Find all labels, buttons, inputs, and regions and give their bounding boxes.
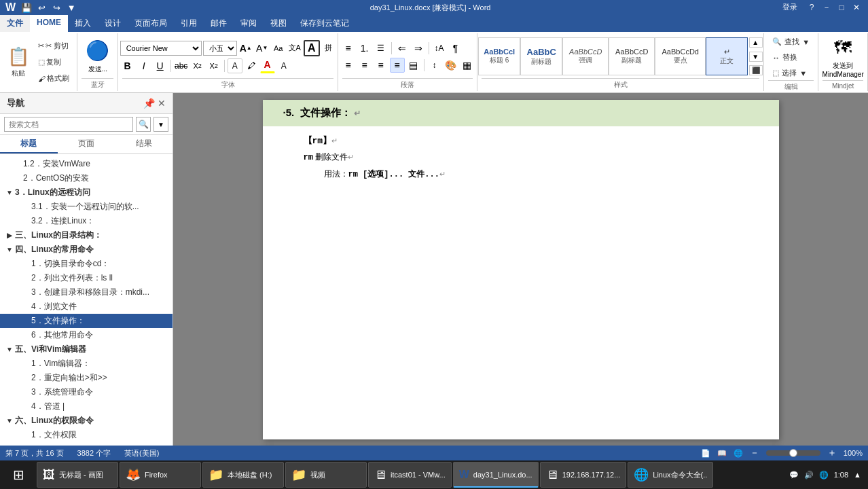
tree-item-cd[interactable]: 1．切换目录命令cd： <box>0 257 173 271</box>
tree-item-centos[interactable]: 2．CentOS的安装 <box>0 171 173 185</box>
zoom-level[interactable]: 100% <box>844 449 863 457</box>
tree-item-vim-intro[interactable]: 1．Vim编辑器： <box>0 357 173 371</box>
tree-item-vmware[interactable]: 1.2．安装VmWare <box>0 157 173 171</box>
style-normal[interactable]: ↵ 正文 <box>706 37 748 75</box>
subscript-btn[interactable]: X2 <box>190 58 205 73</box>
maximize-btn[interactable]: □ <box>835 2 848 13</box>
styles-down-btn[interactable]: ▼ <box>749 52 763 62</box>
superscript-btn[interactable]: X2 <box>206 58 221 73</box>
view-reading-btn[interactable]: 📖 <box>717 449 727 458</box>
tree-item-cmds[interactable]: ▼ 四、Linux的常用命令 <box>0 242 173 257</box>
search-input[interactable] <box>4 117 133 132</box>
bold-btn[interactable]: B <box>120 58 135 73</box>
search-options-btn[interactable]: ▼ <box>153 117 168 132</box>
nav-tab-results[interactable]: 结果 <box>115 135 173 153</box>
taskbar-item-vmware[interactable]: 🖥 itcast01 - VMw... <box>368 462 452 488</box>
increase-indent-btn[interactable]: ⇒ <box>411 41 426 56</box>
find-btn[interactable]: 🔍 查找 ▼ <box>769 35 813 49</box>
tree-item-remote[interactable]: ▼ 3．Linux的远程访问 <box>0 185 173 200</box>
undo-btn[interactable]: ↩ <box>35 1 48 14</box>
tree-item-mkdir[interactable]: 3．创建目录和移除目录：mkdi... <box>0 285 173 300</box>
cut-btn[interactable]: ✂✂ 剪切 <box>35 39 73 53</box>
mindjet-send-label[interactable]: 发送到MindManager <box>822 61 864 78</box>
borders-btn[interactable]: ▦ <box>460 58 475 73</box>
font-grow-btn[interactable]: A▲ <box>238 41 253 56</box>
highlight-btn[interactable]: 🖍 <box>244 58 259 73</box>
tree-item-fileperm[interactable]: 1．文件权限 <box>0 428 173 442</box>
more-font-btn[interactable]: A <box>276 58 291 73</box>
nav-tab-headings[interactable]: 标题 <box>0 135 58 153</box>
style-keypoint[interactable]: AaBbCcDd 要点 <box>655 37 706 75</box>
tree-item-ls[interactable]: 2．列出文件列表：ls ll <box>0 271 173 285</box>
align-center-btn[interactable]: ≡ <box>357 58 372 73</box>
document-area[interactable]: ·5. 文件操作： ↵ 【rm】↵ rm 删除文件↵ 用法：rm [选项]...… <box>173 93 868 448</box>
taskbar-item-paint[interactable]: 🖼 无标题 - 画图 <box>37 462 118 488</box>
zoom-in-btn[interactable]: ＋ <box>827 447 837 459</box>
start-button[interactable]: ⊞ <box>1 460 35 489</box>
help-btn[interactable]: ? <box>806 2 818 13</box>
select-btn[interactable]: ⬚ 选择 ▼ <box>769 66 813 80</box>
justify-btn[interactable]: ≡ <box>390 58 405 73</box>
view-web-btn[interactable]: 🌐 <box>734 449 743 458</box>
volume-icon[interactable]: 🔊 <box>804 471 814 479</box>
font-size-select[interactable]: 小五 <box>203 41 237 56</box>
numbering-btn[interactable]: 1. <box>357 41 372 56</box>
strikethrough-btn[interactable]: abc <box>174 58 189 73</box>
close-btn[interactable]: ✕ <box>850 2 863 13</box>
italic-btn[interactable]: I <box>137 58 151 73</box>
bullets-btn[interactable]: ≡ <box>341 41 356 56</box>
tab-insert[interactable]: 插入 <box>68 15 98 32</box>
styles-up-btn[interactable]: ▲ <box>749 37 763 48</box>
tree-item-remote-connect[interactable]: 3.2．连接Linux： <box>0 214 173 228</box>
decrease-indent-btn[interactable]: ⇐ <box>395 41 410 56</box>
copy-btn[interactable]: ⬚复制 <box>35 55 73 69</box>
align-left-btn[interactable]: ≡ <box>341 58 356 73</box>
zoom-slider[interactable] <box>766 450 820 456</box>
font-name-select[interactable]: Courier New <box>120 41 202 56</box>
tab-file[interactable]: 文件 <box>0 15 30 32</box>
taskbar-item-remote[interactable]: 🖥 192.168.177.12... <box>540 462 627 488</box>
tree-item-vim[interactable]: ▼ 五、Vi和Vim编辑器 <box>0 342 173 357</box>
tab-references[interactable]: 引用 <box>174 15 204 32</box>
sort-btn[interactable]: ↕A <box>432 41 447 56</box>
mindjet-icon[interactable]: 🗺 <box>834 37 852 58</box>
tree-item-syscmds[interactable]: 3．系统管理命令 <box>0 385 173 399</box>
taskbar-item-browser[interactable]: 🌐 Linux命令大全(.. <box>628 462 713 488</box>
zoom-out-btn[interactable]: － <box>750 447 759 459</box>
taskbar-item-firefox[interactable]: 🦊 Firefox <box>120 462 201 488</box>
tab-review[interactable]: 审阅 <box>234 15 264 32</box>
nav-pin-btn[interactable]: 📌 <box>143 98 155 109</box>
notification-icon[interactable]: 💬 <box>789 471 799 479</box>
tab-cloud[interactable]: 保存到云笔记 <box>293 15 356 32</box>
nav-tab-pages[interactable]: 页面 <box>58 135 115 153</box>
replace-btn[interactable]: ↔ 替换 <box>769 50 813 65</box>
find-dropdown-icon[interactable]: ▼ <box>802 38 810 46</box>
view-normal-btn[interactable]: 📄 <box>701 449 710 458</box>
minimize-btn[interactable]: － <box>820 2 833 13</box>
taskbar-item-explorer[interactable]: 📁 本地磁盘 (H:) <box>202 462 284 488</box>
tab-mailings[interactable]: 邮件 <box>204 15 234 32</box>
paste-btn[interactable]: 📋 粘贴 <box>3 35 33 90</box>
tree-item-pipe[interactable]: 4．管道 | <box>0 399 173 414</box>
nav-close-btn[interactable]: ✕ <box>158 98 166 109</box>
style-subtitle2[interactable]: AaBbCcD 副标题 <box>609 37 655 75</box>
bluetooth-icon[interactable]: 🔵 <box>86 39 109 62</box>
phonetic-btn[interactable]: 文A <box>287 41 302 56</box>
network-icon[interactable]: 🌐 <box>819 471 829 479</box>
tree-item-dirstructure[interactable]: ▶ 三、Linux的目录结构： <box>0 228 173 242</box>
tree-item-redirect[interactable]: 2．重定向输出>和>> <box>0 371 173 385</box>
bluetooth-send-label[interactable]: 发送... <box>88 65 107 74</box>
login-label[interactable]: 登录 <box>782 2 797 13</box>
tree-item-permission[interactable]: ▼ 六、Linux的权限命令 <box>0 414 173 428</box>
styles-more-btn[interactable]: ⬛ <box>749 65 763 75</box>
big-a-btn[interactable]: A <box>304 40 320 56</box>
tray-arrow[interactable]: ▲ <box>854 471 861 479</box>
style-heading6[interactable]: AaBbCcI 标题 6 <box>478 37 520 75</box>
multilevel-btn[interactable]: ☰ <box>374 41 388 56</box>
line-spacing-btn[interactable]: ↕ <box>427 58 442 73</box>
clear-format-btn[interactable]: Aa <box>271 41 286 56</box>
redo-btn[interactable]: ↪ <box>50 1 63 14</box>
align-right-btn[interactable]: ≡ <box>374 58 388 73</box>
shading-btn[interactable]: 🎨 <box>444 58 458 73</box>
tab-view[interactable]: 视图 <box>264 15 293 32</box>
